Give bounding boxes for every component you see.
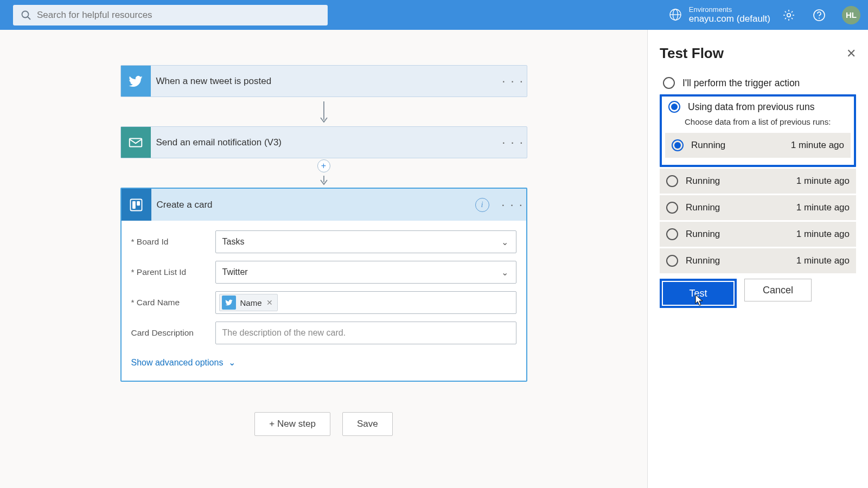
twitter-icon bbox=[121, 66, 151, 97]
connector-arrow: + bbox=[120, 158, 527, 188]
run-time: 1 minute ago bbox=[796, 176, 850, 187]
panel-title: Test Flow bbox=[660, 45, 724, 62]
run-status: Running bbox=[686, 202, 789, 213]
trigger-step[interactable]: When a new tweet is posted · · · bbox=[120, 65, 527, 97]
option-sublabel: Choose data from a list of previous runs… bbox=[685, 117, 851, 126]
run-item[interactable]: Running 1 minute ago bbox=[665, 133, 851, 158]
run-item[interactable]: Running 1 minute ago bbox=[660, 195, 856, 220]
svg-rect-13 bbox=[137, 201, 140, 206]
chevron-down-icon: ⌄ bbox=[501, 237, 508, 247]
new-step-button[interactable]: + New step bbox=[254, 412, 330, 436]
svg-point-5 bbox=[787, 13, 790, 16]
svg-point-0 bbox=[22, 11, 29, 17]
radio-icon bbox=[666, 202, 678, 214]
run-status: Running bbox=[691, 140, 783, 151]
env-label: Environments bbox=[689, 5, 770, 14]
show-advanced-link[interactable]: Show advanced options ⌄ bbox=[131, 352, 516, 375]
step-menu-button[interactable]: · · · bbox=[499, 198, 526, 212]
svg-line-1 bbox=[28, 17, 30, 20]
card-header[interactable]: Create a card i · · · bbox=[122, 189, 526, 221]
help-icon bbox=[813, 9, 826, 22]
parent-list-value: Twitter bbox=[222, 267, 248, 277]
token-remove[interactable]: ✕ bbox=[266, 298, 273, 307]
card-name-label: * Card Name bbox=[131, 298, 215, 307]
chevron-down-icon: ⌄ bbox=[228, 357, 235, 368]
radio-icon bbox=[663, 77, 675, 89]
board-id-select[interactable]: Tasks ⌄ bbox=[215, 230, 516, 253]
info-icon[interactable]: i bbox=[475, 198, 489, 212]
run-time: 1 minute ago bbox=[796, 229, 850, 240]
step-title: When a new tweet is posted bbox=[151, 76, 500, 87]
radio-icon bbox=[666, 255, 678, 267]
option-previous-runs[interactable]: Using data from previous runs bbox=[665, 100, 851, 116]
radio-icon bbox=[666, 228, 678, 240]
mail-icon bbox=[121, 127, 151, 158]
run-item[interactable]: Running 1 minute ago bbox=[660, 222, 856, 247]
board-id-label: * Board Id bbox=[131, 237, 215, 247]
step-menu-button[interactable]: · · · bbox=[500, 74, 527, 88]
run-status: Running bbox=[686, 229, 789, 240]
svg-rect-9 bbox=[130, 138, 142, 146]
flow-canvas: When a new tweet is posted · · · Send an… bbox=[0, 30, 647, 488]
run-status: Running bbox=[686, 255, 789, 266]
globe-icon bbox=[668, 8, 682, 22]
parent-list-select[interactable]: Twitter ⌄ bbox=[215, 261, 516, 284]
run-item[interactable]: Running 1 minute ago bbox=[660, 169, 856, 194]
radio-icon bbox=[668, 101, 680, 113]
test-button[interactable]: Test bbox=[663, 282, 733, 305]
test-flow-panel: Test Flow ✕ I'll perform the trigger act… bbox=[647, 30, 868, 488]
cancel-button[interactable]: Cancel bbox=[744, 279, 812, 301]
run-status: Running bbox=[686, 176, 789, 187]
trello-icon bbox=[122, 189, 151, 221]
svg-rect-12 bbox=[132, 201, 136, 209]
token-label: Name bbox=[240, 298, 262, 307]
avatar[interactable]: HL bbox=[842, 6, 860, 24]
dynamic-token[interactable]: Name ✕ bbox=[219, 294, 278, 311]
test-button-highlight: Test bbox=[660, 279, 737, 308]
option-manual-trigger[interactable]: I'll perform the trigger action bbox=[660, 74, 856, 92]
svg-rect-11 bbox=[131, 199, 142, 210]
environment-picker[interactable]: Environments enayu.com (default) bbox=[668, 5, 770, 25]
search-box[interactable] bbox=[13, 5, 328, 25]
save-button[interactable]: Save bbox=[342, 412, 393, 436]
option-previous-runs-highlight: Using data from previous runs Choose dat… bbox=[660, 94, 856, 167]
board-id-value: Tasks bbox=[222, 237, 245, 247]
parent-list-label: * Parent List Id bbox=[131, 267, 215, 277]
connector-arrow bbox=[120, 97, 527, 126]
run-time: 1 minute ago bbox=[796, 202, 850, 213]
env-name: enayu.com (default) bbox=[689, 14, 770, 24]
option-label: I'll perform the trigger action bbox=[682, 78, 800, 89]
close-button[interactable]: ✕ bbox=[846, 47, 856, 61]
option-label: Using data from previous runs bbox=[688, 101, 814, 113]
run-time: 1 minute ago bbox=[796, 255, 850, 266]
app-header: Environments enayu.com (default) HL bbox=[0, 0, 868, 30]
chevron-down-icon: ⌄ bbox=[501, 267, 508, 278]
search-icon bbox=[21, 10, 31, 21]
run-time: 1 minute ago bbox=[791, 140, 844, 151]
add-step-button[interactable]: + bbox=[317, 159, 330, 172]
card-description-input[interactable]: The description of the new card. bbox=[215, 322, 516, 344]
settings-button[interactable] bbox=[782, 9, 795, 22]
radio-icon bbox=[672, 139, 684, 151]
search-input[interactable] bbox=[37, 10, 320, 21]
svg-point-7 bbox=[819, 17, 820, 18]
card-description-label: Card Description bbox=[131, 328, 215, 338]
advanced-link-label: Show advanced options bbox=[131, 358, 224, 368]
action-step-trello: Create a card i · · · * Board Id Tasks ⌄… bbox=[120, 188, 527, 382]
action-step-email[interactable]: Send an email notification (V3) · · · bbox=[120, 126, 527, 158]
card-description-placeholder: The description of the new card. bbox=[222, 328, 346, 338]
step-title: Send an email notification (V3) bbox=[151, 137, 500, 148]
run-item[interactable]: Running 1 minute ago bbox=[660, 248, 856, 273]
card-name-input[interactable]: Name ✕ bbox=[215, 291, 516, 314]
gear-icon bbox=[782, 9, 795, 22]
step-menu-button[interactable]: · · · bbox=[500, 136, 527, 150]
card-title: Create a card bbox=[151, 200, 475, 210]
help-button[interactable] bbox=[813, 9, 826, 22]
run-list: Running 1 minute ago bbox=[665, 133, 851, 158]
radio-icon bbox=[666, 175, 678, 187]
twitter-icon bbox=[222, 296, 236, 310]
